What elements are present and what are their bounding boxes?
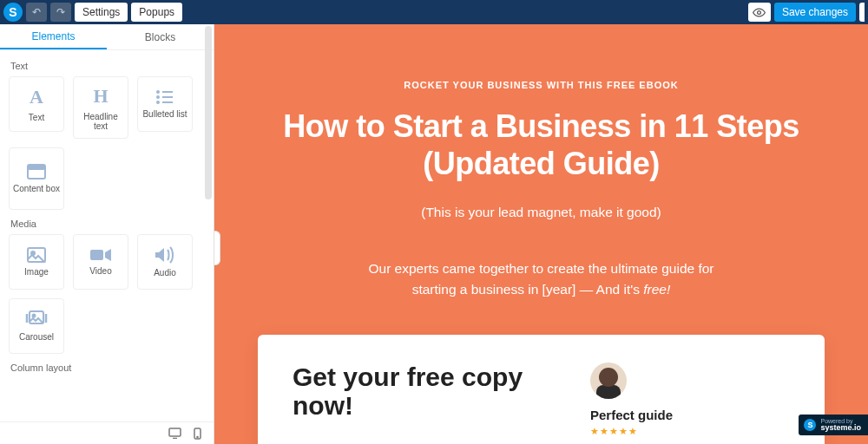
tab-blocks[interactable]: Blocks <box>107 24 214 49</box>
card-video-label: Video <box>87 266 114 276</box>
svg-point-3 <box>157 96 159 98</box>
panel-collapse-handle[interactable] <box>214 231 220 265</box>
app-logo: S <box>3 3 23 22</box>
undo-button[interactable]: ↶ <box>26 3 47 22</box>
svg-point-17 <box>197 436 198 437</box>
hero-eyebrow[interactable]: ROCKET YOUR BUSINESS WITH THIS FREE EBOO… <box>249 80 833 90</box>
badge-logo-icon: S <box>804 419 816 431</box>
text-icon: A <box>30 86 43 108</box>
review-stars: ★★★★★ <box>590 426 790 437</box>
card-text-label: Text <box>26 113 47 122</box>
card-bulleted-label: Bulleted list <box>140 109 189 119</box>
video-icon <box>90 248 111 262</box>
svg-rect-8 <box>28 165 45 170</box>
hero: ROCKET YOUR BUSINESS WITH THIS FREE EBOO… <box>214 24 868 321</box>
review-title: Perfect guide <box>590 408 790 422</box>
powered-by-badge[interactable]: S Powered by systeme.io <box>799 415 868 435</box>
extra-button[interactable] <box>859 3 865 22</box>
popups-button[interactable]: Popups <box>131 3 182 22</box>
card-bulleted[interactable]: Bulleted list <box>137 76 193 132</box>
svg-point-1 <box>157 91 159 93</box>
card-audio-label: Audio <box>151 268 179 278</box>
sidebar: Elements Blocks Text A Text H Headline t… <box>0 24 214 444</box>
sidebar-tabs: Elements Blocks <box>0 24 214 50</box>
svg-point-13 <box>33 315 36 317</box>
review-block[interactable]: Perfect guide ★★★★★ "I've been in busine… <box>590 362 790 444</box>
elements-panel: Text A Text H Headline text Bulleted lis… <box>0 50 214 421</box>
card-headline-label: Headline text <box>74 112 128 131</box>
card-audio[interactable]: Audio <box>137 234 193 290</box>
card-text[interactable]: A Text <box>9 76 64 132</box>
card-carousel-label: Carousel <box>16 332 56 342</box>
desktop-icon[interactable] <box>168 428 181 439</box>
image-icon <box>27 247 46 263</box>
card-image-label: Image <box>22 267 51 277</box>
redo-button[interactable]: ↷ <box>50 3 71 22</box>
top-toolbar: S ↶ ↷ Settings Popups Save changes <box>0 0 868 24</box>
hero-desc-l2a: starting a business in [year] — And it's <box>412 282 644 297</box>
tab-elements[interactable]: Elements <box>0 24 107 49</box>
svg-rect-11 <box>90 250 103 260</box>
section-column-label: Column layout <box>10 362 205 373</box>
settings-button[interactable]: Settings <box>75 3 128 22</box>
form-heading[interactable]: Get your free copy now! <box>293 362 559 420</box>
carousel-icon <box>25 310 48 328</box>
hero-description[interactable]: Our experts came together to create the … <box>249 258 833 300</box>
mobile-icon[interactable] <box>194 428 201 440</box>
card-headline[interactable]: H Headline text <box>73 76 128 139</box>
bulleted-list-icon <box>155 89 174 105</box>
card-video[interactable]: Video <box>73 234 128 290</box>
card-carousel[interactable]: Carousel <box>9 298 64 354</box>
preview-button[interactable] <box>748 3 771 22</box>
hero-tagline[interactable]: (This is your lead magnet, make it good) <box>249 205 833 220</box>
headline-icon: H <box>93 85 108 108</box>
eye-icon <box>753 6 766 19</box>
canvas[interactable]: ROCKET YOUR BUSINESS WITH THIS FREE EBOO… <box>214 24 868 444</box>
badge-brand: systeme.io <box>820 423 861 432</box>
content-box-icon <box>27 164 46 180</box>
review-avatar <box>590 362 627 399</box>
audio-icon <box>155 246 174 264</box>
card-image[interactable]: Image <box>9 234 64 290</box>
hero-desc-l2b: free! <box>643 282 670 297</box>
device-bar <box>0 421 214 444</box>
svg-rect-14 <box>169 428 181 436</box>
card-contentbox[interactable]: Content box <box>9 147 64 210</box>
save-button[interactable]: Save changes <box>774 3 856 22</box>
hero-title[interactable]: How to Start a Business in 11 Steps (Upd… <box>249 108 833 182</box>
svg-point-0 <box>758 10 761 14</box>
svg-point-5 <box>157 101 159 103</box>
form-card[interactable]: Get your free copy now! Sign up using th… <box>258 335 825 444</box>
section-media-label: Media <box>10 219 205 229</box>
section-text-label: Text <box>10 61 205 71</box>
sidebar-scrollbar[interactable] <box>205 26 212 199</box>
card-contentbox-label: Content box <box>10 184 62 193</box>
hero-desc-l1: Our experts came together to create the … <box>368 261 713 276</box>
